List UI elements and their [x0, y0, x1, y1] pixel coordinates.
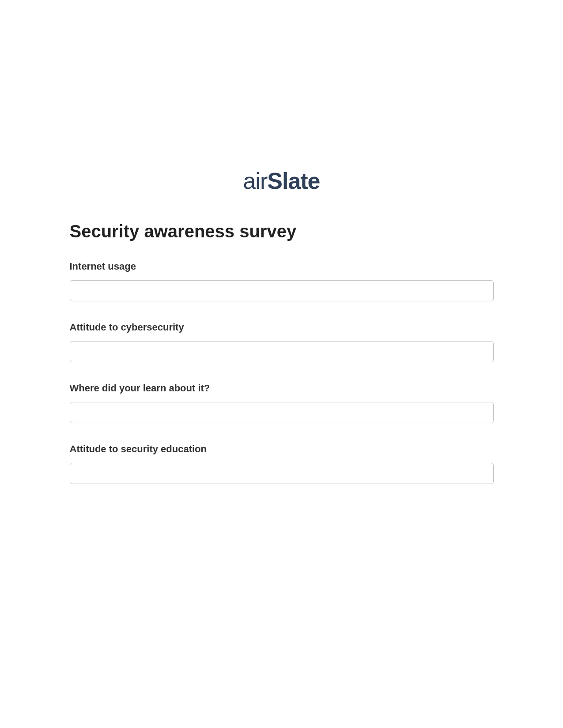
logo-container: airSlate	[0, 0, 563, 194]
label-where-learn: Where did your learn about it?	[70, 383, 494, 394]
field-attitude-cybersecurity: Attitude to cybersecurity	[70, 322, 494, 362]
form-title: Security awareness survey	[70, 221, 494, 241]
input-attitude-security-education[interactable]	[70, 463, 494, 484]
input-internet-usage[interactable]	[70, 280, 494, 301]
airslate-logo: airSlate	[243, 168, 320, 194]
input-attitude-cybersecurity[interactable]	[70, 341, 494, 362]
label-attitude-security-education: Attitude to security education	[70, 443, 494, 455]
field-internet-usage: Internet usage	[70, 261, 494, 301]
field-where-learn: Where did your learn about it?	[70, 383, 494, 423]
input-where-learn[interactable]	[70, 402, 494, 423]
label-attitude-cybersecurity: Attitude to cybersecurity	[70, 322, 494, 333]
logo-part-slate: Slate	[267, 168, 320, 194]
document-page: airSlate Security awareness survey Inter…	[0, 0, 563, 728]
form-content: Security awareness survey Internet usage…	[70, 194, 494, 484]
label-internet-usage: Internet usage	[70, 261, 494, 272]
field-attitude-security-education: Attitude to security education	[70, 443, 494, 484]
logo-part-air: air	[243, 168, 267, 194]
